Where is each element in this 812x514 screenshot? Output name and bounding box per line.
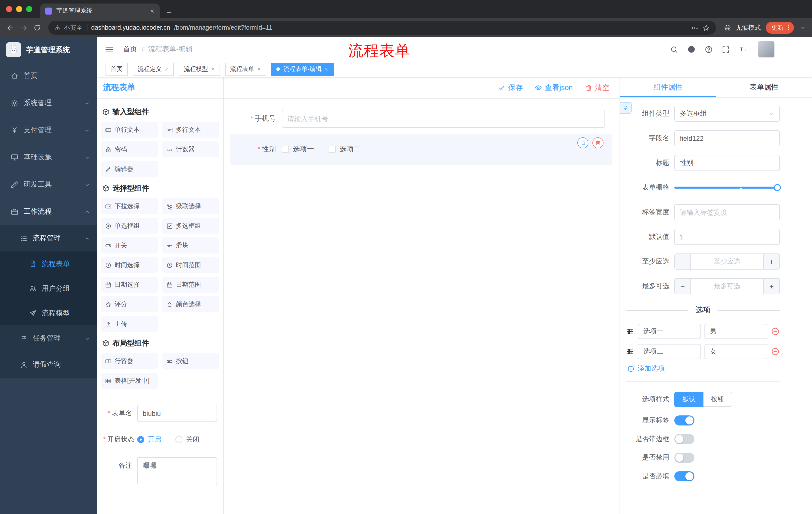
tag-process-model[interactable]: 流程模型 bbox=[179, 63, 220, 76]
component-upload[interactable]: 上传 bbox=[101, 316, 158, 332]
gender-option-1[interactable]: 选项一 bbox=[282, 145, 314, 154]
label-width-input[interactable] bbox=[674, 204, 780, 220]
close-icon[interactable] bbox=[164, 67, 169, 72]
tag-process-form-edit[interactable]: 流程表单-编辑 bbox=[271, 63, 334, 76]
component-type-select[interactable]: 多选框组 bbox=[674, 106, 780, 122]
close-icon[interactable] bbox=[324, 67, 329, 72]
zoom-window-button[interactable] bbox=[26, 6, 32, 12]
sidebar-item-task-management[interactable]: 任务管理 bbox=[0, 325, 97, 352]
sidebar-item-workflow[interactable]: 工作流程 bbox=[0, 198, 97, 225]
link-badge[interactable] bbox=[620, 102, 632, 114]
sidebar-item-infrastructure[interactable]: 基础设施 bbox=[0, 144, 97, 171]
component-dropdown-select[interactable]: 下拉选择 bbox=[101, 198, 158, 214]
component-row-container[interactable]: 行容器 bbox=[101, 353, 158, 369]
form-grid-slider[interactable] bbox=[674, 180, 780, 196]
fullscreen-icon[interactable] bbox=[722, 45, 730, 54]
sidebar-item-leave-query[interactable]: 请假查询 bbox=[0, 352, 97, 378]
view-json-button[interactable]: 查看json bbox=[535, 83, 573, 92]
required-toggle[interactable] bbox=[674, 471, 694, 481]
hamburger-menu-icon[interactable] bbox=[105, 45, 114, 54]
option-style-button-button[interactable]: 按钮 bbox=[703, 392, 732, 407]
option-label-input[interactable] bbox=[638, 344, 701, 359]
delete-component-button[interactable] bbox=[592, 137, 604, 148]
slider-handle[interactable] bbox=[774, 184, 781, 191]
gender-option-2[interactable]: 选项二 bbox=[329, 145, 361, 154]
field-name-input[interactable] bbox=[674, 130, 780, 146]
sidebar-item-process-form[interactable]: 流程表单 bbox=[0, 251, 97, 276]
search-icon[interactable] bbox=[670, 45, 678, 54]
sidebar-item-payment-management[interactable]: 支付管理 bbox=[0, 117, 97, 144]
tab-close-icon[interactable] bbox=[150, 8, 155, 13]
drag-handle-icon[interactable] bbox=[626, 348, 634, 356]
component-checkbox-group[interactable]: 多选框组 bbox=[162, 218, 219, 234]
password-key-icon[interactable] bbox=[691, 24, 698, 31]
component-rate[interactable]: 评分 bbox=[101, 296, 158, 312]
bookmark-star-icon[interactable] bbox=[702, 24, 710, 31]
default-value-input[interactable] bbox=[674, 229, 780, 245]
option-value-input[interactable] bbox=[704, 344, 767, 359]
form-remark-textarea[interactable]: 嘿嘿 bbox=[137, 457, 217, 485]
component-switch[interactable]: 开关 bbox=[101, 237, 158, 253]
status-radio-on[interactable]: 开启 bbox=[137, 435, 161, 444]
close-icon[interactable] bbox=[257, 67, 261, 72]
sidebar-item-dev-tools[interactable]: 研发工具 bbox=[0, 171, 97, 198]
tab-component-properties[interactable]: 组件属性 bbox=[620, 77, 716, 97]
duplicate-component-button[interactable] bbox=[577, 137, 588, 148]
breadcrumb-root[interactable]: 首页 bbox=[123, 45, 137, 54]
border-toggle[interactable] bbox=[674, 434, 694, 444]
phone-input[interactable] bbox=[282, 110, 605, 128]
form-name-input[interactable] bbox=[137, 405, 217, 422]
component-single-line-text[interactable]: 单行文本 bbox=[101, 122, 158, 138]
close-window-button[interactable] bbox=[6, 6, 12, 12]
back-button[interactable] bbox=[6, 23, 14, 32]
browser-tab[interactable]: 芋道管理系统 bbox=[40, 3, 160, 18]
security-chip[interactable]: 不安全 bbox=[54, 23, 83, 32]
component-slider[interactable]: 滑块 bbox=[162, 237, 219, 253]
show-label-toggle[interactable] bbox=[674, 415, 694, 426]
component-table-wip[interactable]: 表格[开发中] bbox=[101, 373, 158, 389]
clear-button[interactable]: 清空 bbox=[585, 83, 609, 92]
tag-process-definition[interactable]: 流程定义 bbox=[133, 63, 174, 76]
sidebar-item-system-management[interactable]: 系统管理 bbox=[0, 89, 97, 117]
sidebar-item-home[interactable]: 首页 bbox=[0, 62, 97, 89]
checkbox-icon[interactable] bbox=[329, 146, 336, 153]
component-cascade-select[interactable]: 级联选择 bbox=[162, 198, 219, 214]
increase-button[interactable]: + bbox=[763, 254, 779, 269]
option-value-input[interactable] bbox=[704, 324, 767, 339]
component-counter[interactable]: 计数器 bbox=[162, 141, 219, 157]
tag-home[interactable]: 首页 bbox=[106, 63, 127, 76]
disabled-toggle[interactable] bbox=[674, 453, 694, 463]
status-radio-off[interactable]: 关闭 bbox=[175, 435, 200, 444]
increase-button[interactable]: + bbox=[763, 279, 779, 294]
option-style-default-button[interactable]: 默认 bbox=[674, 392, 703, 407]
selected-component-gender[interactable]: *性别 选项一 选项二 bbox=[230, 134, 612, 165]
component-password[interactable]: 密码 bbox=[101, 141, 158, 157]
browser-menu-dots-icon[interactable] bbox=[785, 24, 792, 31]
component-date-range[interactable]: 日期范围 bbox=[162, 277, 219, 293]
help-icon[interactable] bbox=[704, 45, 713, 54]
url-bar[interactable]: 不安全 dashboard.yudao.iocoder.cn/bpm/manag… bbox=[48, 21, 716, 35]
sidebar-item-process-model[interactable]: 流程模型 bbox=[0, 301, 97, 325]
remove-option-icon[interactable] bbox=[771, 347, 780, 356]
browser-update-button[interactable]: 更新 bbox=[766, 22, 794, 34]
minimize-window-button[interactable] bbox=[16, 6, 22, 12]
remove-option-icon[interactable] bbox=[771, 327, 780, 336]
new-tab-button[interactable] bbox=[166, 9, 172, 16]
font-size-icon[interactable] bbox=[738, 45, 748, 54]
drag-handle-icon[interactable] bbox=[626, 327, 634, 335]
component-date-picker[interactable]: 日期选择 bbox=[101, 277, 158, 293]
github-icon[interactable] bbox=[687, 45, 696, 54]
decrease-button[interactable]: − bbox=[675, 254, 691, 269]
add-option-button[interactable]: 添加选项 bbox=[627, 364, 780, 373]
component-editor[interactable]: 编辑器 bbox=[101, 161, 158, 177]
sidebar-item-process-management[interactable]: 流程管理 bbox=[0, 225, 97, 251]
component-color-picker[interactable]: 颜色选择 bbox=[162, 296, 219, 312]
form-canvas[interactable]: *手机号 *性别 选项一 选项二 bbox=[224, 99, 619, 514]
reload-button[interactable] bbox=[33, 24, 41, 32]
tab-form-properties[interactable]: 表单属性 bbox=[716, 77, 812, 97]
brand[interactable]: 芋道管理系统 bbox=[0, 37, 97, 62]
close-icon[interactable] bbox=[210, 67, 215, 72]
max-select-placeholder[interactable]: 最多可选 bbox=[691, 279, 763, 294]
component-time-range[interactable]: 时间范围 bbox=[162, 257, 219, 273]
component-multi-line-text[interactable]: 多行文本 bbox=[162, 122, 219, 138]
